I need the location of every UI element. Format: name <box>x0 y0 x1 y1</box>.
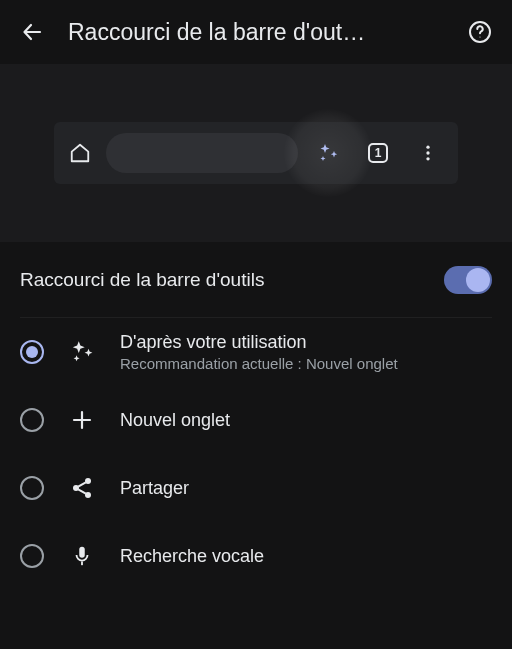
shortcut-toggle-switch[interactable] <box>444 266 492 294</box>
switch-thumb <box>466 268 490 292</box>
shortcut-slot <box>308 133 348 173</box>
svg-point-3 <box>426 146 429 149</box>
option-based-on-usage[interactable]: D'après votre utilisation Recommandation… <box>20 318 492 386</box>
page-title: Raccourci de la barre d'out… <box>68 19 444 46</box>
more-vert-icon <box>418 143 438 163</box>
toolbar-preview: 1 <box>0 64 512 242</box>
help-button[interactable] <box>460 12 500 52</box>
app-bar: Raccourci de la barre d'out… <box>0 0 512 64</box>
help-icon <box>468 20 492 44</box>
option-text: Nouvel onglet <box>120 410 492 431</box>
option-title: Partager <box>120 478 492 499</box>
radio-new-tab[interactable] <box>20 408 44 432</box>
home-icon <box>64 137 96 169</box>
back-button[interactable] <box>12 12 52 52</box>
option-text: D'après votre utilisation Recommandation… <box>120 332 492 372</box>
svg-point-4 <box>426 151 429 154</box>
omnibar-preview: 1 <box>54 122 458 184</box>
radio-based-on-usage[interactable] <box>20 340 44 364</box>
radio-share[interactable] <box>20 476 44 500</box>
tab-count-box: 1 <box>368 143 388 163</box>
option-text: Partager <box>120 478 492 499</box>
svg-point-5 <box>426 157 429 160</box>
option-voice-search[interactable]: Recherche vocale <box>20 522 492 590</box>
tab-switcher: 1 <box>358 133 398 173</box>
option-title: Recherche vocale <box>120 546 492 567</box>
sparkle-icon <box>316 141 340 165</box>
option-text: Recherche vocale <box>120 546 492 567</box>
shortcut-toggle-row[interactable]: Raccourci de la barre d'outils <box>20 242 492 318</box>
option-title: Nouvel onglet <box>120 410 492 431</box>
svg-point-2 <box>479 36 480 37</box>
url-bar-placeholder <box>106 133 298 173</box>
option-title: D'après votre utilisation <box>120 332 492 353</box>
svg-rect-11 <box>81 562 83 566</box>
sparkle-icon <box>66 336 98 368</box>
option-subtitle: Recommandation actuelle : Nouvel onglet <box>120 355 492 372</box>
shortcut-toggle-label: Raccourci de la barre d'outils <box>20 269 444 291</box>
option-share[interactable]: Partager <box>20 454 492 522</box>
arrow-back-icon <box>20 20 44 44</box>
plus-icon <box>66 404 98 436</box>
mic-icon <box>66 540 98 572</box>
option-new-tab[interactable]: Nouvel onglet <box>20 386 492 454</box>
overflow-menu <box>408 133 448 173</box>
share-icon <box>66 472 98 504</box>
tab-count: 1 <box>375 146 382 160</box>
radio-voice-search[interactable] <box>20 544 44 568</box>
